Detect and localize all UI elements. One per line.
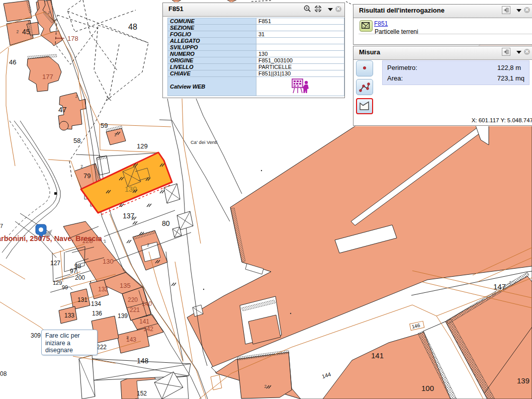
svg-text:142: 142 [143, 326, 153, 333]
svg-text:100: 100 [421, 384, 434, 392]
svg-text:127: 127 [50, 260, 60, 267]
svg-text:48: 48 [128, 23, 137, 31]
svg-text:129: 129 [53, 280, 62, 286]
svg-text:arbonini, 25075, Nave, Brescia: arbonini, 25075, Nave, Brescia [0, 234, 103, 243]
svg-text:80: 80 [162, 219, 170, 227]
svg-text:139: 139 [118, 312, 128, 320]
svg-text:141: 141 [371, 351, 384, 360]
svg-text:130: 130 [103, 258, 114, 265]
svg-text:58: 58 [73, 137, 80, 144]
svg-text:147: 147 [493, 282, 506, 291]
svg-text:132: 132 [98, 286, 108, 293]
svg-text:46: 46 [9, 58, 16, 66]
svg-text:129: 129 [137, 142, 148, 150]
svg-text:2: 2 [508, 280, 511, 285]
svg-text:152: 152 [137, 390, 147, 397]
svg-text:139: 139 [517, 376, 529, 385]
svg-text:309: 309 [31, 332, 41, 339]
svg-text:45: 45 [22, 28, 30, 36]
svg-text:135: 135 [120, 282, 131, 289]
svg-text:177: 177 [42, 73, 53, 81]
svg-text:200: 200 [75, 274, 85, 281]
svg-text:222: 222 [97, 344, 107, 351]
svg-text:Ca' dei Venti: Ca' dei Venti [191, 139, 217, 145]
svg-text:137: 137 [123, 212, 135, 220]
svg-text:133: 133 [64, 312, 74, 319]
svg-text:141: 141 [139, 318, 149, 325]
svg-text:2: 2 [47, 11, 50, 15]
svg-text:7: 7 [0, 223, 3, 229]
svg-text:47: 47 [58, 105, 67, 114]
svg-text:98: 98 [74, 263, 81, 270]
svg-text:220: 220 [128, 296, 138, 303]
svg-text:134: 134 [91, 300, 101, 307]
svg-text:08: 08 [0, 370, 7, 377]
svg-text:131: 131 [77, 296, 87, 303]
svg-text:178: 178 [67, 35, 78, 42]
svg-text:136: 136 [92, 310, 102, 317]
svg-text:99: 99 [62, 284, 68, 290]
svg-text:59: 59 [101, 122, 108, 129]
svg-text:140: 140 [142, 300, 152, 307]
svg-text:148: 148 [137, 357, 149, 365]
svg-text:221: 221 [130, 306, 140, 313]
svg-text:2: 2 [75, 94, 78, 99]
svg-text:79: 79 [83, 172, 91, 180]
